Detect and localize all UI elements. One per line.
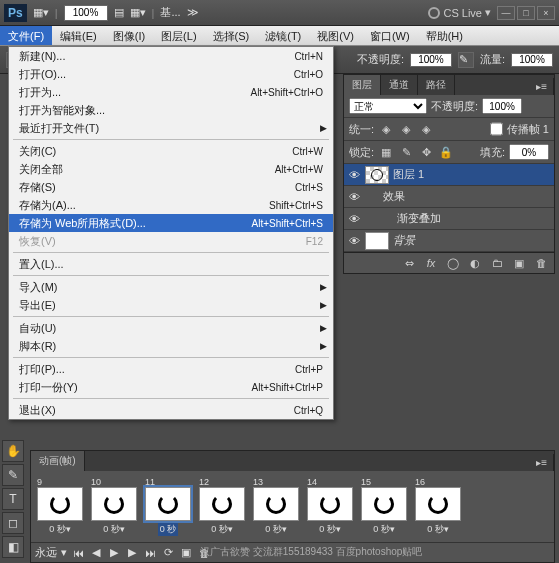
animation-frame[interactable]: 160 秒▾: [413, 477, 463, 536]
menuitem[interactable]: 打印一份(Y)Alt+Shift+Ctrl+P: [9, 378, 333, 396]
menuitem[interactable]: 置入(L)...: [9, 255, 333, 273]
titlebar-tool-icon[interactable]: ▦▾: [130, 6, 146, 19]
layer-opacity-input[interactable]: [482, 98, 522, 114]
loop-select[interactable]: 永远: [35, 545, 57, 560]
link-layers-icon[interactable]: ⇔: [401, 256, 417, 270]
menuitem[interactable]: 存储(S)Ctrl+S: [9, 178, 333, 196]
pressure-opacity-icon[interactable]: ✎: [458, 52, 474, 68]
menu-2[interactable]: 图像(I): [105, 26, 153, 45]
layer-thumb: [365, 232, 389, 250]
titlebar-tool-icon[interactable]: ▤: [114, 6, 124, 19]
visibility-icon[interactable]: 👁: [347, 235, 361, 247]
tab-animation[interactable]: 动画(帧): [31, 451, 85, 471]
panel-menu-icon[interactable]: ▸≡: [530, 454, 554, 471]
type-tool[interactable]: T: [2, 488, 24, 510]
lock-position-icon[interactable]: ✥: [418, 145, 434, 159]
menubar: 文件(F)编辑(E)图像(I)图层(L)选择(S)滤镜(T)视图(V)窗口(W)…: [0, 26, 559, 46]
menuitem[interactable]: 新建(N)...Ctrl+N: [9, 47, 333, 65]
adjustment-icon[interactable]: ◐: [467, 256, 483, 270]
menuitem[interactable]: 脚本(R)▶: [9, 337, 333, 355]
blend-mode-select[interactable]: 正常: [349, 98, 427, 114]
maximize-button[interactable]: □: [517, 6, 535, 20]
prev-frame-button[interactable]: ◀: [89, 547, 103, 559]
menu-3[interactable]: 图层(L): [153, 26, 204, 45]
animation-frame[interactable]: 100 秒▾: [89, 477, 139, 536]
menu-4[interactable]: 选择(S): [205, 26, 258, 45]
layer-row[interactable]: 👁渐变叠加: [344, 208, 554, 230]
menu-7[interactable]: 窗口(W): [362, 26, 418, 45]
layer-thumb: [365, 166, 389, 184]
animation-frame[interactable]: 120 秒▾: [197, 477, 247, 536]
layer-row[interactable]: 👁背景: [344, 230, 554, 252]
lock-image-icon[interactable]: ✎: [398, 145, 414, 159]
propagate-checkbox[interactable]: [490, 121, 503, 137]
zoom-input[interactable]: [64, 5, 108, 21]
next-frame-button[interactable]: ▶: [125, 547, 139, 559]
titlebar-icon[interactable]: ▦▾: [33, 6, 49, 19]
shape-tool[interactable]: ◻: [2, 512, 24, 534]
animation-frame[interactable]: 140 秒▾: [305, 477, 355, 536]
fill-input[interactable]: [509, 144, 549, 160]
menu-6[interactable]: 视图(V): [309, 26, 362, 45]
animation-frame[interactable]: 150 秒▾: [359, 477, 409, 536]
menuitem[interactable]: 最近打开文件(T)▶: [9, 119, 333, 137]
unify-position-icon[interactable]: ◈: [378, 122, 394, 136]
menu-1[interactable]: 编辑(E): [52, 26, 105, 45]
doc-name: 基...: [160, 5, 180, 20]
close-button[interactable]: ×: [537, 6, 555, 20]
visibility-icon[interactable]: 👁: [347, 213, 361, 225]
animation-frame[interactable]: 90 秒▾: [35, 477, 85, 536]
panel-menu-icon[interactable]: ▸≡: [530, 78, 554, 95]
menuitem[interactable]: 退出(X)Ctrl+Q: [9, 401, 333, 419]
tab-图层[interactable]: 图层: [344, 75, 381, 95]
visibility-icon[interactable]: 👁: [347, 169, 361, 181]
animation-frame[interactable]: 130 秒▾: [251, 477, 301, 536]
menuitem[interactable]: 打开为智能对象...: [9, 101, 333, 119]
menuitem: 恢复(V)F12: [9, 232, 333, 250]
flow-input[interactable]: [511, 53, 553, 67]
tab-路径[interactable]: 路径: [418, 75, 455, 95]
menuitem[interactable]: 打开为...Alt+Shift+Ctrl+O: [9, 83, 333, 101]
first-frame-button[interactable]: ⏮: [71, 547, 85, 559]
color-swatch[interactable]: ◧: [2, 536, 24, 558]
menu-8[interactable]: 帮助(H): [418, 26, 471, 45]
delete-layer-icon[interactable]: 🗑: [533, 256, 549, 270]
new-layer-icon[interactable]: ▣: [511, 256, 527, 270]
layer-name: 背景: [393, 233, 415, 248]
lock-all-icon[interactable]: 🔒: [438, 145, 454, 159]
menu-0[interactable]: 文件(F): [0, 26, 52, 45]
cslive-button[interactable]: CS Live▾: [428, 6, 491, 19]
expand-icon[interactable]: ≫: [187, 6, 199, 19]
mask-icon[interactable]: ◯: [445, 256, 461, 270]
menuitem[interactable]: 自动(U)▶: [9, 319, 333, 337]
last-frame-button[interactable]: ⏭: [143, 547, 157, 559]
layer-row[interactable]: 👁图层 1: [344, 164, 554, 186]
menuitem[interactable]: 关闭(C)Ctrl+W: [9, 142, 333, 160]
new-frame-button[interactable]: ▣: [179, 547, 193, 559]
menu-5[interactable]: 滤镜(T): [257, 26, 309, 45]
group-icon[interactable]: 🗀: [489, 256, 505, 270]
menuitem[interactable]: 存储为 Web所用格式(D)...Alt+Shift+Ctrl+S: [9, 214, 333, 232]
menuitem[interactable]: 打印(P)...Ctrl+P: [9, 360, 333, 378]
tween-button[interactable]: ⟳: [161, 547, 175, 559]
unify-style-icon[interactable]: ◈: [418, 122, 434, 136]
layer-row[interactable]: 👁效果: [344, 186, 554, 208]
unify-visibility-icon[interactable]: ◈: [398, 122, 414, 136]
animation-frame[interactable]: 110 秒: [143, 477, 193, 536]
menuitem[interactable]: 导出(E)▶: [9, 296, 333, 314]
play-button[interactable]: ▶: [107, 547, 121, 559]
menuitem[interactable]: 存储为(A)...Shift+Ctrl+S: [9, 196, 333, 214]
menuitem[interactable]: 关闭全部Alt+Ctrl+W: [9, 160, 333, 178]
lock-transparent-icon[interactable]: ▦: [378, 145, 394, 159]
tab-通道[interactable]: 通道: [381, 75, 418, 95]
minimize-button[interactable]: —: [497, 6, 515, 20]
titlebar: Ps ▦▾ | ▤ ▦▾ | 基... ≫ CS Live▾ — □ ×: [0, 0, 559, 26]
opacity-input[interactable]: [410, 53, 452, 67]
brush-tool[interactable]: ✎: [2, 464, 24, 486]
fx-icon[interactable]: fx: [423, 256, 439, 270]
menuitem[interactable]: 导入(M)▶: [9, 278, 333, 296]
hand-tool[interactable]: ✋: [2, 440, 24, 462]
visibility-icon[interactable]: 👁: [347, 191, 361, 203]
delete-frame-button[interactable]: 🗑: [197, 547, 211, 559]
menuitem[interactable]: 打开(O)...Ctrl+O: [9, 65, 333, 83]
